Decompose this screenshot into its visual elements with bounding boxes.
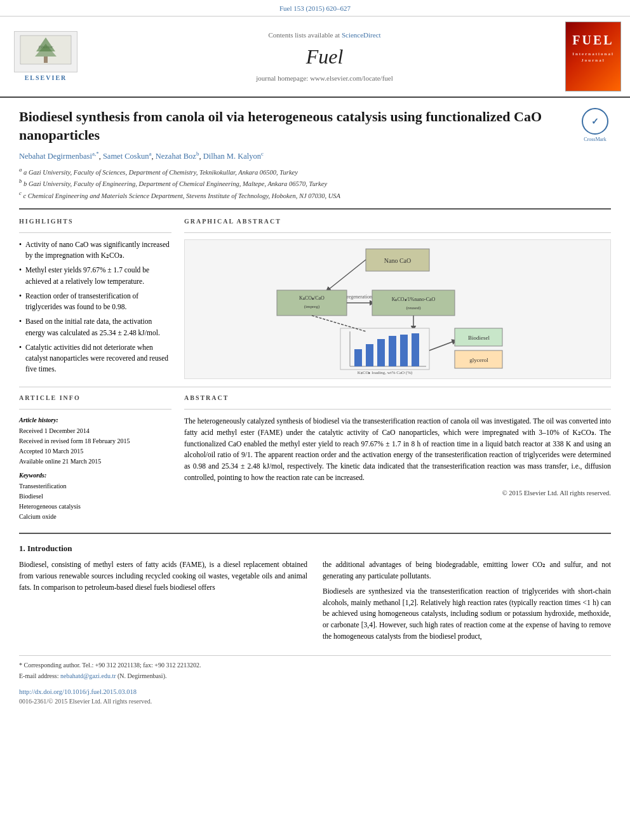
author-coskun: Samet Coskun [103,152,149,161]
svg-text:Biodiesel: Biodiesel [468,335,490,341]
intro-right-text-2: Biodiesels are synthesized via the trans… [323,586,611,643]
affil-c: c c Chemical Engineering and Materials S… [19,189,611,201]
intro-heading: 1. Introduction [19,543,611,554]
footnote-email: E-mail address: nebahatd@gazi.edu.tr (N.… [19,672,611,681]
abstract-section: ABSTRACT The heterogeneously catalyzed s… [184,394,611,523]
footnotes-section: * Corresponding author. Tel.: +90 312 20… [19,655,611,706]
author-kalyon: Dilhan M. Kalyon [203,152,261,161]
svg-rect-4 [44,57,48,63]
svg-rect-13 [372,290,455,316]
sep-abstract [184,409,611,410]
received-date: Received 1 December 2014 [19,427,171,436]
history-label: Article history: [19,416,171,425]
svg-text:Nano CaO: Nano CaO [384,257,412,264]
svg-rect-22 [377,339,385,366]
abstract-text: The heterogeneously catalyzed synthesis … [184,416,611,484]
intro-left-col: Biodiesel, consisting of methyl esters o… [19,559,307,646]
separator-thick-1 [19,208,611,210]
author-degirmenbasi: Nebahat Degirmenbasi [19,152,92,161]
svg-rect-20 [354,349,362,366]
journal-header: Elsevier ELSEVIER Contents lists availab… [0,17,630,98]
graphical-abstract-image: Nano CaO K₂CO₃/CaO (impreg) regeneration… [184,239,611,379]
intro-right-text-1: the additional advantages of being biode… [323,559,611,582]
svg-text:(impreg): (impreg) [304,304,320,309]
revised-date: Received in revised form 18 February 201… [19,437,171,446]
affil-a: a a Gazi University, Faculty of Sciences… [19,166,611,177]
keywords-label: Keywords: [19,471,171,480]
svg-rect-21 [366,344,373,366]
svg-line-32 [312,316,366,331]
fuel-cover-image: FUEL International Journal [565,22,621,91]
top-banner: Fuel 153 (2015) 620–627 [0,0,630,17]
article-info-label: ARTICLE INFO [19,394,171,403]
intro-two-col: Biodiesel, consisting of methyl esters o… [19,559,611,646]
article-info: ARTICLE INFO Article history: Received 1… [19,394,171,523]
highlight-item-2: Methyl ester yields 97.67% ± 1.7 could b… [19,265,171,287]
sciencedirect-link-text[interactable]: ScienceDirect [342,31,381,39]
footnote-email-link[interactable]: nebahatd@gazi.edu.tr [60,672,116,679]
svg-rect-25 [412,333,419,366]
sciencedirect-line: Contents lists available at ScienceDirec… [90,30,559,40]
elsevier-logo-image: Elsevier [14,31,77,72]
journal-homepage: journal homepage: www.elsevier.com/locat… [90,74,559,83]
elsevier-logo: Elsevier ELSEVIER [8,31,84,83]
sep-ga [184,232,611,233]
kw-3: Heterogeneous catalysis [19,502,171,511]
fuel-cover-subtitle: International Journal [570,51,617,64]
sep-highlights [19,232,171,233]
svg-text:K₂CO₃ loading, wt% CaO (%): K₂CO₃ loading, wt% CaO (%) [358,370,413,375]
fuel-cover: FUEL International Journal [565,22,622,91]
abstract-label: ABSTRACT [184,394,611,403]
crossmark-badge: ✓ [582,108,608,135]
highlight-item-5: Catalytic activities did not deteriorate… [19,342,171,375]
crossmark-text: CrossMark [584,136,607,143]
kw-2: Biodiesel [19,492,171,501]
affil-b: b b Gazi University, Faculty of Engineer… [19,177,611,189]
article-history: Article history: Received 1 December 201… [19,416,171,466]
article-info-abstract-section: ARTICLE INFO Article history: Received 1… [19,387,611,523]
highlight-item-4: Based on the initial rate data, the acti… [19,316,171,338]
highlights-col: HIGHLIGHTS Activity of nano CaO was sign… [19,217,171,379]
svg-text:K₂CO₃/1%nano-CaO: K₂CO₃/1%nano-CaO [392,297,436,302]
article-title: Biodiesel synthesis from canola oil via … [19,108,573,144]
copyright-line: © 2015 Elsevier Ltd. All rights reserved… [184,489,611,498]
svg-rect-8 [277,290,347,316]
svg-rect-24 [400,335,408,366]
such-word: such [410,621,423,629]
intro-left-text: Biodiesel, consisting of methyl esters o… [19,559,307,593]
article-content: Biodiesel synthesis from canola oil via … [0,98,630,716]
journal-title: Fuel [90,43,559,71]
kw-1: Transesterification [19,482,171,491]
author-boz: Nezahat Boz [156,152,196,161]
accepted-date: Accepted 10 March 2015 [19,447,171,456]
highlights-ga-section: HIGHLIGHTS Activity of nano CaO was sign… [19,217,611,379]
intro-right-col: the additional advantages of being biode… [323,559,611,646]
doi-link[interactable]: http://dx.doi.org/10.1016/j.fuel.2015.03… [19,688,137,695]
ga-svg: Nano CaO K₂CO₃/CaO (impreg) regeneration… [185,243,610,376]
authors-line: Nebahat Degirmenbasia,*, Samet Coskuna, … [19,150,611,163]
highlights-list: Activity of nano CaO was significantly i… [19,239,171,375]
highlight-item-3: Reaction order of transesterification of… [19,291,171,313]
svg-text:regeneration: regeneration [347,294,372,300]
affiliations: a a Gazi University, Faculty of Sciences… [19,166,611,201]
available-date: Available online 21 March 2015 [19,457,171,466]
highlight-item-1: Activity of nano CaO was significantly i… [19,239,171,262]
elsevier-wordmark: ELSEVIER [25,74,67,83]
highlights-label: HIGHLIGHTS [19,217,171,226]
issn-line: 0016-2361/© 2015 Elsevier Ltd. All right… [19,697,611,706]
body-section: 1. Introduction Biodiesel, consisting of… [19,533,611,706]
footnote-corresponding: * Corresponding author. Tel.: +90 312 20… [19,661,611,670]
page-container: Fuel 153 (2015) 620–627 Elsevier ELSEVIE… [0,0,630,716]
sep-ai [19,409,171,410]
graphical-abstract-col: GRAPHICAL ABSTRACT Nano CaO K₂CO₃/CaO (i… [184,217,611,379]
title-section: Biodiesel synthesis from canola oil via … [19,108,611,144]
fuel-cover-label: FUEL [572,31,613,49]
crossmark: ✓ CrossMark [579,108,611,143]
header-center: Contents lists available at ScienceDirec… [90,30,559,84]
svg-text:K₂CO₃/CaO: K₂CO₃/CaO [299,295,325,301]
svg-line-27 [429,341,455,350]
svg-text:glycerol: glycerol [469,357,488,363]
kw-4: Calcium oxide [19,512,171,521]
svg-rect-23 [389,336,396,366]
svg-text:(reused): (reused) [406,305,422,310]
